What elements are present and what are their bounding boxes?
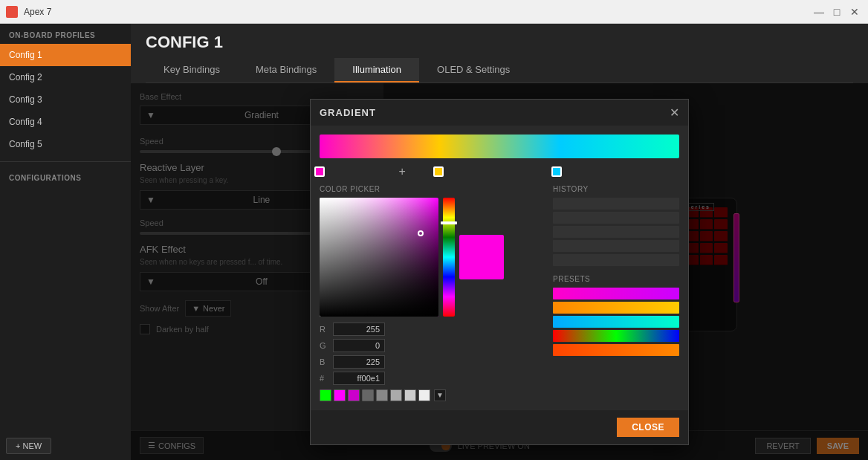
gradient-stop-1[interactable] — [314, 166, 325, 177]
history-bar-1[interactable] — [553, 198, 679, 210]
sidebar-item-config2[interactable]: Config 2 — [0, 66, 131, 88]
preset-bars — [553, 288, 679, 356]
swatch-gray1[interactable] — [362, 389, 374, 401]
preset-rainbow[interactable] — [553, 330, 679, 342]
maximize-button[interactable]: □ — [829, 4, 844, 19]
modal-two-col: COLOR PICKER — [320, 185, 679, 401]
color-swatches: ▼ — [320, 389, 544, 401]
sidebar-item-config1[interactable]: Config 1 — [0, 44, 131, 66]
history-bar-4[interactable] — [553, 240, 679, 252]
gradient-stop-2[interactable] — [433, 166, 444, 177]
gradient-stop-3[interactable] — [551, 166, 562, 177]
modal-header: GRADIENT ✕ — [311, 100, 688, 126]
modal-title: GRADIENT — [320, 107, 376, 118]
saturation-box[interactable] — [320, 198, 438, 317]
app-body: ON-BOARD PROFILES Config 1 Config 2 Conf… — [0, 24, 868, 460]
color-preview-big — [459, 235, 504, 279]
gradient-modal: GRADIENT ✕ + — [310, 99, 689, 445]
title-bar-controls: — □ ✕ — [812, 4, 862, 19]
title-bar: Apex 7 — □ ✕ — [0, 0, 868, 24]
g-label: G — [320, 341, 328, 350]
history-label: HISTORY — [553, 185, 679, 193]
swatch-magenta[interactable] — [334, 389, 346, 401]
g-input[interactable] — [333, 339, 385, 352]
color-picker-section: COLOR PICKER — [320, 185, 544, 401]
history-presets-section: HISTORY PRESETS — [553, 185, 679, 401]
modal-overlay: GRADIENT ✕ + — [131, 83, 868, 460]
history-bar-2[interactable] — [553, 212, 679, 224]
r-row: R — [320, 323, 544, 336]
g-row: G — [320, 339, 544, 352]
swatch-gray4[interactable] — [404, 389, 416, 401]
configurations-title: CONFIGURATIONS — [0, 161, 131, 187]
sidebar: ON-BOARD PROFILES Config 1 Config 2 Conf… — [0, 24, 131, 460]
b-label: B — [320, 357, 328, 366]
b-input[interactable] — [333, 355, 385, 369]
swatch-gray3[interactable] — [390, 389, 402, 401]
tabs: Key Bindings Meta Bindings Illumination … — [146, 58, 853, 83]
presets-label: PRESETS — [553, 275, 679, 283]
tab-oled-settings[interactable]: OLED & Settings — [419, 58, 528, 82]
saturation-cursor — [418, 230, 424, 236]
title-bar-left: Apex 7 — [6, 6, 51, 18]
profiles-section-title: ON-BOARD PROFILES — [0, 24, 131, 44]
hex-input[interactable] — [333, 372, 385, 385]
app-icon — [6, 6, 18, 18]
history-bar-5[interactable] — [553, 254, 679, 266]
preset-orange-yellow[interactable] — [553, 302, 679, 314]
modal-close-button[interactable]: ✕ — [670, 106, 679, 120]
r-label: R — [320, 325, 328, 334]
swatches-expand-button[interactable]: ▼ — [434, 389, 446, 401]
tab-illumination[interactable]: Illumination — [334, 58, 419, 82]
history-bars — [553, 198, 679, 266]
swatch-green[interactable] — [320, 389, 331, 401]
minimize-button[interactable]: — — [812, 4, 826, 19]
preset-purple-pink[interactable] — [553, 288, 679, 299]
swatch-gray2[interactable] — [376, 389, 388, 401]
hex-row: # — [320, 372, 544, 385]
hex-label: # — [320, 374, 328, 383]
tab-meta-bindings[interactable]: Meta Bindings — [238, 58, 334, 82]
hue-cursor — [441, 221, 457, 224]
swatch-purple[interactable] — [348, 389, 360, 401]
history-bar-3[interactable] — [553, 226, 679, 238]
preset-blue-cyan[interactable] — [553, 316, 679, 328]
gradient-stops: + — [320, 164, 679, 179]
app-title: Apex 7 — [24, 7, 51, 17]
main-panel: Base Effect ▼ Gradient Speed R — [131, 83, 868, 460]
main-content: CONFIG 1 Key Bindings Meta Bindings Illu… — [131, 24, 868, 460]
window-close-button[interactable]: ✕ — [847, 4, 862, 19]
color-picker-main — [320, 198, 544, 317]
sidebar-item-config5[interactable]: Config 5 — [0, 133, 131, 155]
preset-orange[interactable] — [553, 344, 679, 356]
sidebar-item-config4[interactable]: Config 4 — [0, 111, 131, 133]
rgb-inputs: R G B — [320, 323, 544, 385]
modal-body: + COLOR PICKER — [311, 126, 688, 410]
sidebar-item-config3[interactable]: Config 3 — [0, 88, 131, 111]
r-input[interactable] — [333, 323, 385, 336]
gradient-bar[interactable] — [320, 135, 679, 158]
add-stop-button[interactable]: + — [398, 165, 405, 178]
close-modal-button[interactable]: CLOSE — [617, 418, 679, 437]
b-row: B — [320, 355, 544, 369]
page-title: CONFIG 1 — [146, 33, 853, 52]
main-header: CONFIG 1 Key Bindings Meta Bindings Illu… — [131, 24, 868, 83]
tab-key-bindings[interactable]: Key Bindings — [146, 58, 238, 82]
swatch-white[interactable] — [418, 389, 430, 401]
modal-footer: CLOSE — [311, 410, 688, 444]
color-picker-label: COLOR PICKER — [320, 185, 544, 193]
hue-slider-container — [443, 198, 455, 317]
new-profile-button[interactable]: + NEW — [6, 438, 51, 454]
hue-bar[interactable] — [443, 198, 455, 317]
